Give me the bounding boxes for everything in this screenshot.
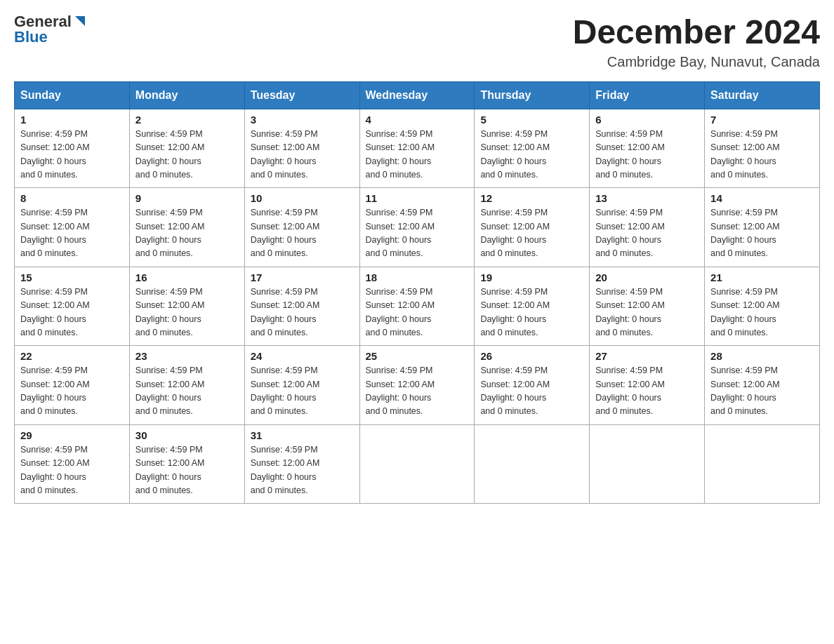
- day-number: 27: [595, 350, 699, 362]
- calendar-cell: 8Sunrise: 4:59 PMSunset: 12:00 AMDayligh…: [15, 188, 130, 267]
- day-info: Sunrise: 4:59 PMSunset: 12:00 AMDaylight…: [480, 206, 583, 261]
- day-info: Sunrise: 4:59 PMSunset: 12:00 AMDaylight…: [135, 286, 239, 340]
- calendar-cell: 28Sunrise: 4:59 PMSunset: 12:00 AMDaylig…: [705, 346, 820, 425]
- col-header-tuesday: Tuesday: [244, 81, 359, 109]
- calendar-cell: 12Sunrise: 4:59 PMSunset: 12:00 AMDaylig…: [475, 188, 590, 267]
- day-info: Sunrise: 4:59 PMSunset: 12:00 AMDaylight…: [366, 364, 469, 419]
- logo-blue: Blue: [14, 28, 48, 46]
- calendar-week-5: 29Sunrise: 4:59 PMSunset: 12:00 AMDaylig…: [15, 424, 820, 504]
- day-number: 3: [251, 114, 354, 126]
- calendar-cell: 19Sunrise: 4:59 PMSunset: 12:00 AMDaylig…: [475, 267, 590, 346]
- col-header-thursday: Thursday: [475, 81, 590, 109]
- day-number: 2: [135, 114, 239, 126]
- calendar-cell: 10Sunrise: 4:59 PMSunset: 12:00 AMDaylig…: [244, 188, 359, 267]
- day-number: 28: [710, 350, 814, 362]
- page-header: General Blue December 2024 Cambridge Bay…: [14, 14, 820, 70]
- calendar-cell: [590, 424, 705, 504]
- day-number: 1: [20, 114, 124, 126]
- day-info: Sunrise: 4:59 PMSunset: 12:00 AMDaylight…: [595, 206, 699, 261]
- calendar-cell: 18Sunrise: 4:59 PMSunset: 12:00 AMDaylig…: [359, 267, 475, 346]
- day-info: Sunrise: 4:59 PMSunset: 12:00 AMDaylight…: [366, 286, 469, 340]
- calendar-cell: 30Sunrise: 4:59 PMSunset: 12:00 AMDaylig…: [129, 424, 244, 504]
- day-info: Sunrise: 4:59 PMSunset: 12:00 AMDaylight…: [135, 206, 239, 261]
- calendar-cell: 24Sunrise: 4:59 PMSunset: 12:00 AMDaylig…: [244, 346, 359, 425]
- col-header-monday: Monday: [129, 81, 244, 109]
- calendar-cell: 3Sunrise: 4:59 PMSunset: 12:00 AMDayligh…: [244, 109, 359, 188]
- day-info: Sunrise: 4:59 PMSunset: 12:00 AMDaylight…: [480, 364, 583, 419]
- day-info: Sunrise: 4:59 PMSunset: 12:00 AMDaylight…: [710, 286, 814, 340]
- calendar-week-3: 15Sunrise: 4:59 PMSunset: 12:00 AMDaylig…: [15, 267, 820, 346]
- calendar-cell: 9Sunrise: 4:59 PMSunset: 12:00 AMDayligh…: [129, 188, 244, 267]
- calendar-cell: 4Sunrise: 4:59 PMSunset: 12:00 AMDayligh…: [359, 109, 475, 188]
- day-info: Sunrise: 4:59 PMSunset: 12:00 AMDaylight…: [366, 206, 469, 261]
- day-info: Sunrise: 4:59 PMSunset: 12:00 AMDaylight…: [480, 286, 583, 340]
- calendar-cell: 31Sunrise: 4:59 PMSunset: 12:00 AMDaylig…: [244, 424, 359, 504]
- day-number: 7: [710, 114, 814, 126]
- day-info: Sunrise: 4:59 PMSunset: 12:00 AMDaylight…: [135, 128, 239, 182]
- day-info: Sunrise: 4:59 PMSunset: 12:00 AMDaylight…: [595, 364, 699, 419]
- day-number: 22: [20, 350, 124, 362]
- calendar-week-2: 8Sunrise: 4:59 PMSunset: 12:00 AMDayligh…: [15, 188, 820, 267]
- calendar-cell: 20Sunrise: 4:59 PMSunset: 12:00 AMDaylig…: [590, 267, 705, 346]
- day-info: Sunrise: 4:59 PMSunset: 12:00 AMDaylight…: [251, 364, 354, 419]
- calendar-cell: 15Sunrise: 4:59 PMSunset: 12:00 AMDaylig…: [15, 267, 130, 346]
- calendar-cell: 29Sunrise: 4:59 PMSunset: 12:00 AMDaylig…: [15, 424, 130, 504]
- day-number: 23: [135, 350, 239, 362]
- calendar-cell: 27Sunrise: 4:59 PMSunset: 12:00 AMDaylig…: [590, 346, 705, 425]
- day-info: Sunrise: 4:59 PMSunset: 12:00 AMDaylight…: [710, 128, 814, 182]
- day-info: Sunrise: 4:59 PMSunset: 12:00 AMDaylight…: [480, 128, 583, 182]
- calendar-cell: 21Sunrise: 4:59 PMSunset: 12:00 AMDaylig…: [705, 267, 820, 346]
- day-number: 15: [20, 271, 124, 283]
- day-number: 14: [710, 192, 814, 204]
- calendar-cell: [705, 424, 820, 504]
- day-number: 19: [480, 271, 583, 283]
- day-info: Sunrise: 4:59 PMSunset: 12:00 AMDaylight…: [710, 206, 814, 261]
- calendar-cell: 17Sunrise: 4:59 PMSunset: 12:00 AMDaylig…: [244, 267, 359, 346]
- day-number: 5: [480, 114, 583, 126]
- calendar-cell: 23Sunrise: 4:59 PMSunset: 12:00 AMDaylig…: [129, 346, 244, 425]
- day-number: 11: [366, 192, 469, 204]
- day-info: Sunrise: 4:59 PMSunset: 12:00 AMDaylight…: [135, 364, 239, 419]
- day-number: 24: [251, 350, 354, 362]
- calendar-cell: 11Sunrise: 4:59 PMSunset: 12:00 AMDaylig…: [359, 188, 475, 267]
- day-number: 25: [366, 350, 469, 362]
- day-info: Sunrise: 4:59 PMSunset: 12:00 AMDaylight…: [20, 364, 124, 419]
- calendar-table: SundayMondayTuesdayWednesdayThursdayFrid…: [14, 81, 820, 504]
- location-title: Cambridge Bay, Nunavut, Canada: [573, 54, 820, 70]
- calendar-week-1: 1Sunrise: 4:59 PMSunset: 12:00 AMDayligh…: [15, 109, 820, 188]
- calendar-cell: 16Sunrise: 4:59 PMSunset: 12:00 AMDaylig…: [129, 267, 244, 346]
- logo-arrow-icon: [72, 13, 88, 29]
- day-info: Sunrise: 4:59 PMSunset: 12:00 AMDaylight…: [251, 206, 354, 261]
- calendar-cell: 25Sunrise: 4:59 PMSunset: 12:00 AMDaylig…: [359, 346, 475, 425]
- day-number: 10: [251, 192, 354, 204]
- day-number: 31: [251, 429, 354, 441]
- day-number: 18: [366, 271, 469, 283]
- day-number: 21: [710, 271, 814, 283]
- calendar-cell: 22Sunrise: 4:59 PMSunset: 12:00 AMDaylig…: [15, 346, 130, 425]
- day-info: Sunrise: 4:59 PMSunset: 12:00 AMDaylight…: [251, 128, 354, 182]
- day-info: Sunrise: 4:59 PMSunset: 12:00 AMDaylight…: [251, 443, 354, 498]
- day-info: Sunrise: 4:59 PMSunset: 12:00 AMDaylight…: [20, 443, 124, 498]
- logo-general: General: [14, 14, 72, 29]
- day-info: Sunrise: 4:59 PMSunset: 12:00 AMDaylight…: [135, 443, 239, 498]
- calendar-cell: 7Sunrise: 4:59 PMSunset: 12:00 AMDayligh…: [705, 109, 820, 188]
- day-number: 26: [480, 350, 583, 362]
- day-info: Sunrise: 4:59 PMSunset: 12:00 AMDaylight…: [20, 128, 124, 182]
- logo: General Blue: [14, 14, 88, 46]
- col-header-sunday: Sunday: [15, 81, 130, 109]
- calendar-cell: 5Sunrise: 4:59 PMSunset: 12:00 AMDayligh…: [475, 109, 590, 188]
- day-number: 4: [366, 114, 469, 126]
- title-block: December 2024 Cambridge Bay, Nunavut, Ca…: [573, 14, 820, 70]
- calendar-week-4: 22Sunrise: 4:59 PMSunset: 12:00 AMDaylig…: [15, 346, 820, 425]
- col-header-wednesday: Wednesday: [359, 81, 475, 109]
- day-info: Sunrise: 4:59 PMSunset: 12:00 AMDaylight…: [20, 206, 124, 261]
- day-info: Sunrise: 4:59 PMSunset: 12:00 AMDaylight…: [595, 128, 699, 182]
- calendar-cell: 6Sunrise: 4:59 PMSunset: 12:00 AMDayligh…: [590, 109, 705, 188]
- month-title: December 2024: [573, 14, 820, 51]
- day-number: 30: [135, 429, 239, 441]
- day-header-row: SundayMondayTuesdayWednesdayThursdayFrid…: [15, 81, 820, 109]
- day-number: 17: [251, 271, 354, 283]
- calendar-cell: 2Sunrise: 4:59 PMSunset: 12:00 AMDayligh…: [129, 109, 244, 188]
- calendar-cell: [475, 424, 590, 504]
- col-header-friday: Friday: [590, 81, 705, 109]
